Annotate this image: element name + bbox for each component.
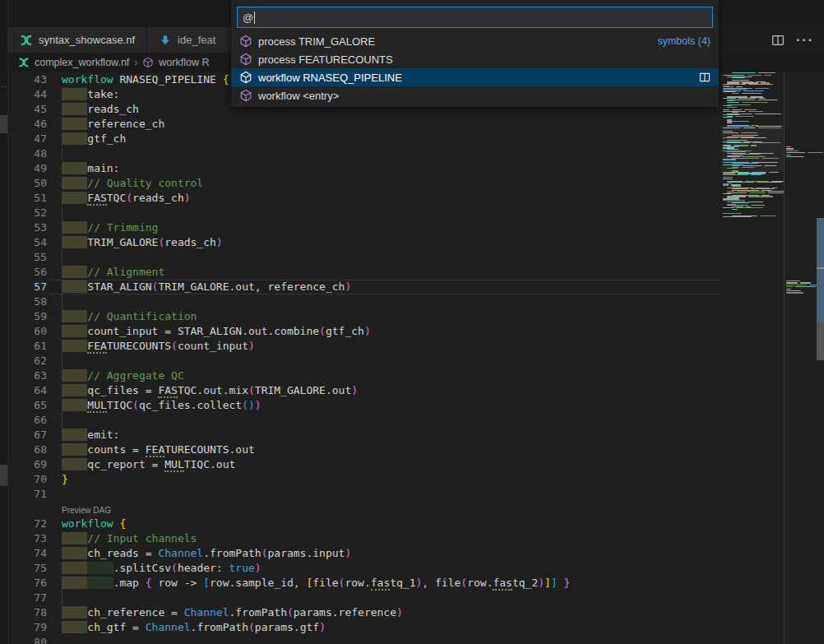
cropped-minimap-line [786, 292, 803, 293]
more-actions-icon[interactable]: ··· [796, 34, 814, 47]
code-line[interactable]: 68 counts = FEATURECOUNTS.out [8, 442, 721, 457]
code-line[interactable]: 75 .splitCsv(header: true) [8, 561, 721, 576]
code-line[interactable]: 66 [8, 413, 721, 428]
code-line[interactable]: 50 // Quality control [8, 176, 721, 191]
tab-syntax-showcase[interactable]: syntax_showcase.nf [8, 27, 147, 53]
code-line[interactable]: 63 // Aggregate QC [8, 368, 721, 383]
code-line[interactable]: 70} [8, 472, 721, 487]
code-line[interactable]: 52 [8, 206, 721, 220]
minimap-line [732, 77, 745, 78]
token-ind1 [62, 369, 87, 382]
token-id: qc_report = [87, 458, 164, 470]
line-number: 56 [8, 265, 47, 280]
code-line[interactable]: 74 ch_reads = Channel.fromPath(params.in… [8, 546, 721, 561]
scrollbar-thumb[interactable] [817, 269, 824, 322]
minimap-line [723, 84, 746, 85]
minimap-line [768, 192, 785, 193]
code-line[interactable]: 72workflow { [8, 517, 721, 531]
split-editor-icon[interactable] [771, 34, 785, 47]
code-line[interactable]: 47 gtf_ch [8, 132, 721, 146]
code-line[interactable]: 57 STAR_ALIGN(TRIM_GALORE.out, reference… [8, 280, 721, 294]
token-b1: ] [544, 577, 551, 589]
token-h: FAS [158, 384, 177, 398]
token-b2: ( [248, 384, 255, 396]
code-line[interactable]: 54 TRIM_GALORE(reads_ch) [8, 235, 721, 250]
code-line[interactable]: 59 // Quantification [8, 309, 721, 324]
line-number: 58 [8, 294, 47, 309]
code-line-text: FASTQC(reads_ch) [62, 191, 191, 206]
code-line[interactable]: 61 FEATURECOUNTS(count_input) [8, 339, 721, 354]
minimap[interactable] [721, 72, 784, 644]
code-line[interactable]: 60 count_input = STAR_ALIGN.out.combine(… [8, 324, 721, 339]
token-b2: ) [319, 621, 326, 633]
code-line[interactable]: 65 MULTIQC(qc_files.collect()) [8, 398, 721, 413]
line-number: 62 [8, 354, 47, 368]
cropped-minimap-line [786, 285, 807, 285]
code-line[interactable]: 46 reference_ch [8, 117, 721, 132]
token-h: FEA [87, 340, 106, 354]
code-line[interactable]: 53 // Trimming [8, 220, 721, 235]
token-id: , file [422, 577, 461, 589]
line-number: 44 [8, 87, 47, 102]
code-line[interactable]: 78 ch_reference = Channel.fromPath(param… [8, 605, 721, 620]
code-line[interactable]: 56 // Alignment [8, 265, 721, 280]
line-number: 75 [8, 561, 47, 576]
quickpick-item-3[interactable]: workflow <entry> [231, 86, 719, 104]
quickpick-item-2[interactable]: workflow RNASEQ_PIPELINE [231, 68, 719, 86]
breadcrumb-symbol[interactable]: workflow R [159, 57, 209, 68]
quick-pick-list: process TRIM_GALOREsymbols (4)process FE… [231, 32, 719, 104]
token-id: header: [178, 562, 229, 574]
token-b3: () [242, 399, 255, 411]
code-line[interactable]: 48 [8, 146, 721, 161]
code-line[interactable]: 76 .map { row -> [row.sample_id, [file(r… [8, 576, 721, 591]
minimap-line [723, 213, 742, 214]
code-line[interactable]: 69 qc_report = MULTIQC.out [8, 457, 721, 472]
code-editor[interactable]: 43workflow RNASEQ_PIPELINE {44 take:45 r… [8, 72, 721, 644]
breadcrumb-file[interactable]: complex_workflow.nf [35, 57, 129, 68]
vscode-window: ·· syntax_showcase.nf ide_feat [0, 0, 824, 644]
line-number: 60 [8, 324, 47, 339]
code-line[interactable]: 51 FASTQC(reads_ch) [8, 191, 721, 206]
quickpick-item-0[interactable]: process TRIM_GALOREsymbols (4) [231, 32, 719, 50]
code-line-text [62, 354, 62, 368]
code-line[interactable]: 77 [8, 591, 721, 605]
code-line[interactable]: 79 ch_gtf = Channel.fromPath(params.gtf) [8, 620, 721, 635]
quick-pick-input[interactable]: @ [237, 7, 713, 28]
code-line[interactable]: 64 qc_files = FASTQC.out.mix(TRIM_GALORE… [8, 383, 721, 398]
token-b1: { [223, 73, 229, 86]
token-id: tq_2 [512, 577, 538, 589]
token-id: gtf_ch [326, 325, 364, 337]
code-line[interactable]: 73 // Input channels [8, 531, 721, 546]
code-line[interactable]: 67 emit: [8, 428, 721, 442]
line-number: 48 [8, 146, 47, 161]
line-number: 72 [8, 517, 47, 531]
quickpick-item-label: process FEATURECOUNTS [258, 53, 393, 66]
token-ind1 [62, 606, 87, 619]
code-line[interactable]: 58 [8, 294, 721, 309]
token-id: tq_1 [390, 577, 415, 589]
line-number: 69 [8, 457, 47, 472]
code-line[interactable]: 49 main: [8, 161, 721, 176]
minimap-slider[interactable] [721, 125, 784, 173]
minimap-line [755, 114, 781, 114]
token-id: counts = [87, 443, 145, 456]
cropped-minimap-line [808, 152, 822, 153]
symbols-count-link[interactable]: symbols (4) [657, 35, 711, 47]
scrollbar-thumb[interactable] [817, 322, 824, 360]
indent-guide [62, 591, 62, 605]
code-line-text: workflow { [62, 517, 126, 531]
token-id: row -> [152, 577, 204, 589]
minimap-line [736, 207, 763, 208]
code-line[interactable]: 62 [8, 354, 721, 368]
cropped-minimap-line [786, 152, 805, 153]
scrollbar-thumb[interactable] [817, 218, 824, 267]
token-id: TURECOUNTS.out [164, 443, 255, 456]
open-to-side-icon[interactable] [699, 72, 711, 83]
token-id: take: [87, 88, 119, 100]
code-line[interactable]: 80 [8, 635, 721, 644]
token-id: .fromPath [203, 547, 261, 559]
quickpick-item-1[interactable]: process FEATURECOUNTS [231, 50, 719, 68]
code-line[interactable]: 71 [8, 487, 721, 502]
code-line[interactable]: 55 [8, 250, 721, 265]
token-b2: ( [132, 399, 139, 411]
